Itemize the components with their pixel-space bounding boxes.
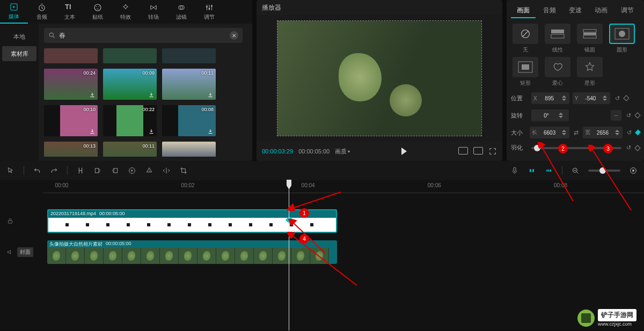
sidebar-item-library[interactable]: 素材库	[2, 46, 36, 61]
quality-selector[interactable]: 画质▾	[335, 148, 350, 156]
tab-filter[interactable]: 滤镜	[167, 0, 195, 24]
shape-linear[interactable]	[545, 24, 570, 44]
insp-tab-anim[interactable]: 动画	[589, 3, 613, 18]
keyframe-toggle[interactable]	[634, 145, 640, 151]
mirror-icon[interactable]	[162, 166, 171, 175]
tab-sticker[interactable]: 贴纸	[84, 0, 112, 24]
pos-x-field[interactable]: X	[531, 92, 569, 104]
shape-rect[interactable]	[513, 57, 538, 77]
tab-transition[interactable]: 转场	[140, 0, 167, 24]
player-viewport[interactable]	[257, 15, 502, 142]
crop-icon[interactable]	[179, 166, 188, 175]
rotation-input[interactable]	[536, 113, 557, 119]
fullscreen-icon[interactable]	[488, 147, 497, 156]
spinner[interactable]	[603, 94, 608, 102]
download-icon[interactable]	[148, 92, 155, 98]
media-thumb[interactable]: 00:09	[103, 69, 157, 100]
download-icon[interactable]	[148, 128, 155, 135]
split-icon[interactable]	[76, 166, 85, 175]
shape-heart[interactable]	[545, 57, 570, 77]
search-input[interactable]	[59, 32, 230, 39]
insp-tab-canvas[interactable]: 画面	[511, 3, 536, 18]
crop-right-icon[interactable]	[111, 166, 119, 175]
shape-mirror[interactable]	[577, 24, 603, 44]
tab-effects[interactable]: 特效	[112, 0, 140, 24]
select-tool-icon[interactable]	[6, 166, 15, 175]
magnet-main-icon[interactable]	[528, 166, 536, 175]
spinner[interactable]	[562, 128, 567, 137]
reset-icon[interactable]: ↺	[625, 112, 632, 119]
clip-mask[interactable]: 2022031719148.mp400:00:05:00	[47, 209, 337, 233]
feather-slider[interactable]	[531, 147, 621, 149]
keyframe-toggle[interactable]	[635, 130, 641, 136]
size-w-input[interactable]	[539, 130, 560, 136]
size-h-input[interactable]	[592, 130, 613, 136]
size-h-field[interactable]: 宽	[583, 127, 623, 138]
tab-adjust[interactable]: 调节	[195, 0, 223, 24]
shape-star[interactable]	[577, 57, 603, 77]
shape-none[interactable]	[513, 24, 538, 44]
link-icon[interactable]: ⇄	[573, 129, 580, 136]
pos-x-input[interactable]	[539, 95, 560, 101]
download-icon[interactable]	[89, 128, 96, 135]
shape-circle[interactable]	[609, 24, 635, 44]
insp-tab-adjust[interactable]: 调节	[615, 3, 640, 18]
tab-audio[interactable]: 音频	[28, 0, 56, 24]
download-icon[interactable]	[207, 92, 214, 98]
media-thumb[interactable]: 00:11	[162, 69, 216, 100]
undo-icon[interactable]	[33, 166, 41, 175]
zoom-slider[interactable]	[588, 170, 620, 172]
rotation-field[interactable]	[531, 109, 569, 121]
tab-media[interactable]: 媒体	[0, 0, 28, 24]
spinner[interactable]	[559, 111, 564, 120]
reset-icon[interactable]: ↺	[613, 94, 621, 102]
reset-icon[interactable]: ↺	[626, 129, 633, 136]
compare-icon[interactable]	[458, 147, 468, 155]
tab-text[interactable]: TI 文本	[56, 0, 84, 24]
download-icon[interactable]	[89, 92, 96, 98]
media-thumb[interactable]: 00:13	[44, 142, 98, 157]
slider-thumb[interactable]	[599, 167, 606, 174]
sidebar-item-local[interactable]: 本地	[2, 29, 36, 44]
play-button[interactable]	[401, 148, 407, 155]
redo-icon[interactable]	[50, 166, 58, 175]
media-thumb[interactable]: 00:11	[103, 142, 157, 157]
slider-thumb[interactable]	[534, 145, 540, 151]
clip-video[interactable]: 头像拍摄大自然相片素材00:00:05:00	[47, 240, 337, 264]
media-thumb[interactable]: 00:24	[44, 69, 98, 100]
search-clear-button[interactable]: ✕	[230, 31, 238, 40]
download-icon[interactable]	[207, 128, 214, 135]
zoom-out-icon[interactable]	[571, 166, 580, 175]
spinner[interactable]	[615, 128, 620, 137]
size-w-field[interactable]: 长	[530, 127, 569, 138]
magnet-aux-icon[interactable]	[545, 166, 553, 175]
crop-left-icon[interactable]	[93, 166, 102, 175]
pos-y-field[interactable]: Y	[573, 92, 611, 104]
media-thumb[interactable]: 00:22	[103, 105, 157, 136]
media-thumb[interactable]	[44, 48, 98, 63]
spinner[interactable]	[562, 94, 567, 102]
media-thumb[interactable]	[162, 142, 216, 157]
reset-icon[interactable]: ↺	[625, 144, 632, 152]
freeze-icon[interactable]	[145, 166, 153, 175]
media-thumb[interactable]	[103, 48, 157, 63]
media-thumb[interactable]: 00:08	[162, 105, 216, 136]
keyframe-toggle[interactable]	[624, 95, 630, 101]
media-thumb[interactable]	[162, 48, 216, 63]
svg-rect-16	[583, 35, 596, 38]
time-ruler[interactable]: 00:00 00:02 00:04 00:06 00:08	[43, 180, 644, 193]
insp-tab-audio[interactable]: 音频	[537, 3, 561, 18]
svg-rect-25	[530, 169, 531, 172]
mic-icon[interactable]	[510, 166, 519, 175]
speed-icon[interactable]	[128, 166, 136, 175]
cover-button[interactable]: 封面	[17, 247, 33, 257]
zoom-fit-icon[interactable]	[629, 166, 638, 175]
pos-y-input[interactable]	[580, 95, 601, 101]
mute-icon[interactable]	[6, 248, 14, 256]
keyframe-toggle[interactable]	[634, 112, 640, 118]
rotation-reset-button[interactable]: −	[611, 110, 621, 121]
media-thumb[interactable]: 00:10	[44, 105, 98, 136]
ratio-icon[interactable]	[473, 147, 483, 155]
lock-icon[interactable]	[6, 217, 14, 225]
insp-tab-speed[interactable]: 变速	[563, 3, 588, 18]
